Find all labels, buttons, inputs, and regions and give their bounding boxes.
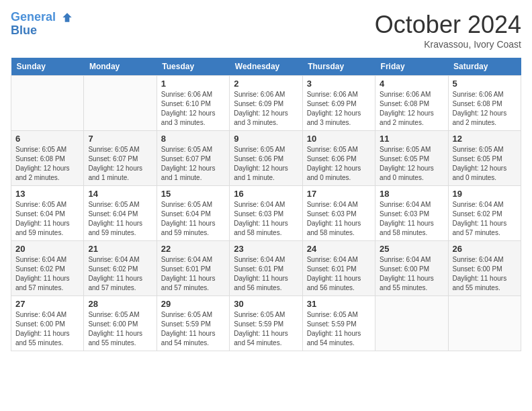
day-info: Sunrise: 6:05 AM Sunset: 6:04 PM Dayligh…: [15, 200, 79, 238]
calendar-cell: 1Sunrise: 6:06 AM Sunset: 6:10 PM Daylig…: [157, 76, 229, 131]
calendar-cell: 30Sunrise: 6:05 AM Sunset: 5:59 PM Dayli…: [230, 296, 302, 351]
day-info: Sunrise: 6:04 AM Sunset: 6:03 PM Dayligh…: [380, 200, 443, 238]
calendar-cell: 20Sunrise: 6:04 AM Sunset: 6:02 PM Dayli…: [11, 241, 84, 296]
calendar-cell: 18Sunrise: 6:04 AM Sunset: 6:03 PM Dayli…: [375, 186, 448, 241]
calendar-table: SundayMondayTuesdayWednesdayThursdayFrid…: [11, 58, 521, 351]
calendar-cell: 7Sunrise: 6:05 AM Sunset: 6:07 PM Daylig…: [84, 131, 157, 186]
calendar-cell: [11, 76, 84, 131]
calendar-header: SundayMondayTuesdayWednesdayThursdayFrid…: [11, 58, 521, 76]
day-info: Sunrise: 6:05 AM Sunset: 6:07 PM Dayligh…: [88, 145, 152, 183]
page-header: General Blue October 2024 Kravassou, Ivo…: [11, 11, 521, 50]
day-number: 25: [380, 244, 443, 254]
calendar-cell: 4Sunrise: 6:06 AM Sunset: 6:08 PM Daylig…: [375, 76, 448, 131]
day-info: Sunrise: 6:06 AM Sunset: 6:09 PM Dayligh…: [307, 90, 371, 128]
day-number: 9: [234, 134, 298, 144]
day-number: 29: [161, 299, 225, 309]
calendar-cell: 28Sunrise: 6:05 AM Sunset: 6:00 PM Dayli…: [84, 296, 157, 351]
logo: General Blue: [11, 11, 74, 38]
logo-blue: Blue: [11, 24, 74, 38]
day-number: 20: [15, 244, 79, 254]
day-number: 18: [380, 189, 443, 199]
day-info: Sunrise: 6:04 AM Sunset: 6:00 PM Dayligh…: [15, 310, 79, 348]
title-area: October 2024 Kravassou, Ivory Coast: [375, 11, 521, 50]
day-info: Sunrise: 6:05 AM Sunset: 6:05 PM Dayligh…: [453, 145, 517, 183]
weekday-header: Saturday: [448, 58, 521, 76]
calendar-cell: 21Sunrise: 6:04 AM Sunset: 6:02 PM Dayli…: [84, 241, 157, 296]
calendar-cell: 13Sunrise: 6:05 AM Sunset: 6:04 PM Dayli…: [11, 186, 84, 241]
day-number: 24: [307, 244, 371, 254]
calendar-week: 1Sunrise: 6:06 AM Sunset: 6:10 PM Daylig…: [11, 76, 521, 131]
calendar-cell: 31Sunrise: 6:05 AM Sunset: 5:59 PM Dayli…: [302, 296, 375, 351]
day-info: Sunrise: 6:06 AM Sunset: 6:10 PM Dayligh…: [161, 90, 225, 128]
day-number: 7: [88, 134, 152, 144]
day-info: Sunrise: 6:05 AM Sunset: 6:06 PM Dayligh…: [234, 145, 298, 183]
calendar-cell: 29Sunrise: 6:05 AM Sunset: 5:59 PM Dayli…: [157, 296, 229, 351]
calendar-cell: 24Sunrise: 6:04 AM Sunset: 6:01 PM Dayli…: [302, 241, 375, 296]
day-number: 4: [380, 79, 443, 89]
weekday-header: Wednesday: [230, 58, 302, 76]
calendar-cell: 27Sunrise: 6:04 AM Sunset: 6:00 PM Dayli…: [11, 296, 84, 351]
day-number: 27: [15, 299, 79, 309]
day-number: 5: [453, 79, 517, 89]
day-number: 30: [234, 299, 298, 309]
day-number: 6: [15, 134, 79, 144]
day-number: 17: [307, 189, 371, 199]
calendar-week: 13Sunrise: 6:05 AM Sunset: 6:04 PM Dayli…: [11, 186, 521, 241]
weekday-header: Friday: [375, 58, 448, 76]
day-number: 3: [307, 79, 371, 89]
day-info: Sunrise: 6:05 AM Sunset: 6:08 PM Dayligh…: [15, 145, 79, 183]
day-info: Sunrise: 6:06 AM Sunset: 6:09 PM Dayligh…: [234, 90, 298, 128]
day-number: 15: [161, 189, 225, 199]
calendar-cell: 14Sunrise: 6:05 AM Sunset: 6:04 PM Dayli…: [84, 186, 157, 241]
day-number: 28: [88, 299, 152, 309]
calendar-week: 20Sunrise: 6:04 AM Sunset: 6:02 PM Dayli…: [11, 241, 521, 296]
logo-text: General: [11, 11, 74, 24]
calendar-cell: 8Sunrise: 6:05 AM Sunset: 6:07 PM Daylig…: [157, 131, 229, 186]
day-info: Sunrise: 6:04 AM Sunset: 6:01 PM Dayligh…: [307, 255, 371, 293]
day-number: 13: [15, 189, 79, 199]
calendar-cell: 5Sunrise: 6:06 AM Sunset: 6:08 PM Daylig…: [448, 76, 521, 131]
weekday-header: Sunday: [11, 58, 84, 76]
calendar-cell: 2Sunrise: 6:06 AM Sunset: 6:09 PM Daylig…: [230, 76, 302, 131]
day-info: Sunrise: 6:05 AM Sunset: 6:05 PM Dayligh…: [380, 145, 443, 183]
calendar-cell: 16Sunrise: 6:04 AM Sunset: 6:03 PM Dayli…: [230, 186, 302, 241]
calendar-cell: 6Sunrise: 6:05 AM Sunset: 6:08 PM Daylig…: [11, 131, 84, 186]
day-info: Sunrise: 6:05 AM Sunset: 6:00 PM Dayligh…: [88, 310, 152, 348]
day-number: 19: [453, 189, 517, 199]
day-info: Sunrise: 6:04 AM Sunset: 6:01 PM Dayligh…: [234, 255, 298, 293]
day-number: 23: [234, 244, 298, 254]
day-number: 16: [234, 189, 298, 199]
day-info: Sunrise: 6:05 AM Sunset: 5:59 PM Dayligh…: [307, 310, 371, 348]
calendar-body: 1Sunrise: 6:06 AM Sunset: 6:10 PM Daylig…: [11, 76, 521, 351]
day-info: Sunrise: 6:05 AM Sunset: 5:59 PM Dayligh…: [234, 310, 298, 348]
day-info: Sunrise: 6:04 AM Sunset: 6:01 PM Dayligh…: [161, 255, 225, 293]
day-info: Sunrise: 6:06 AM Sunset: 6:08 PM Dayligh…: [380, 90, 443, 128]
day-number: 10: [307, 134, 371, 144]
calendar-cell: 19Sunrise: 6:04 AM Sunset: 6:02 PM Dayli…: [448, 186, 521, 241]
day-info: Sunrise: 6:05 AM Sunset: 6:06 PM Dayligh…: [307, 145, 371, 183]
day-info: Sunrise: 6:06 AM Sunset: 6:08 PM Dayligh…: [453, 90, 517, 128]
day-info: Sunrise: 6:04 AM Sunset: 6:00 PM Dayligh…: [453, 255, 517, 293]
day-number: 12: [453, 134, 517, 144]
calendar-cell: 25Sunrise: 6:04 AM Sunset: 6:00 PM Dayli…: [375, 241, 448, 296]
day-info: Sunrise: 6:05 AM Sunset: 6:07 PM Dayligh…: [161, 145, 225, 183]
weekday-header: Tuesday: [157, 58, 229, 76]
day-info: Sunrise: 6:05 AM Sunset: 5:59 PM Dayligh…: [161, 310, 225, 348]
calendar-cell: [375, 296, 448, 351]
location: Kravassou, Ivory Coast: [375, 39, 521, 50]
day-info: Sunrise: 6:04 AM Sunset: 6:03 PM Dayligh…: [307, 200, 371, 238]
weekday-header: Thursday: [302, 58, 375, 76]
calendar-cell: 17Sunrise: 6:04 AM Sunset: 6:03 PM Dayli…: [302, 186, 375, 241]
day-number: 22: [161, 244, 225, 254]
day-info: Sunrise: 6:05 AM Sunset: 6:04 PM Dayligh…: [161, 200, 225, 238]
day-number: 11: [380, 134, 443, 144]
calendar-week: 27Sunrise: 6:04 AM Sunset: 6:00 PM Dayli…: [11, 296, 521, 351]
day-number: 2: [234, 79, 298, 89]
calendar-cell: 10Sunrise: 6:05 AM Sunset: 6:06 PM Dayli…: [302, 131, 375, 186]
day-info: Sunrise: 6:04 AM Sunset: 6:02 PM Dayligh…: [453, 200, 517, 238]
day-info: Sunrise: 6:04 AM Sunset: 6:02 PM Dayligh…: [88, 255, 152, 293]
day-number: 26: [453, 244, 517, 254]
calendar-cell: 23Sunrise: 6:04 AM Sunset: 6:01 PM Dayli…: [230, 241, 302, 296]
day-info: Sunrise: 6:04 AM Sunset: 6:02 PM Dayligh…: [15, 255, 79, 293]
month-title: October 2024: [375, 11, 521, 39]
